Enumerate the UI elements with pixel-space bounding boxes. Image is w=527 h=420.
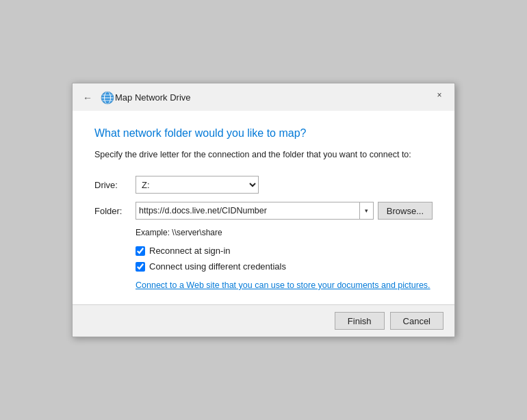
dialog-question: What network folder would you like to ma… <box>94 127 433 140</box>
credentials-label: Connect using different credentials <box>149 261 286 272</box>
close-button[interactable]: × <box>430 88 449 103</box>
titlebar: ← Map Network Drive × <box>73 83 454 111</box>
dialog-body: What network folder would you like to ma… <box>73 111 454 305</box>
map-network-drive-dialog: ← Map Network Drive × What network folde… <box>72 83 455 338</box>
drive-label: Drive: <box>94 180 136 190</box>
network-drive-icon <box>100 90 115 105</box>
folder-label: Folder: <box>94 206 136 216</box>
example-text: Example: \\server\share <box>136 228 433 237</box>
dialog-footer: Finish Cancel <box>73 304 454 337</box>
cancel-button[interactable]: Cancel <box>390 312 444 330</box>
browse-button[interactable]: Browse... <box>378 202 433 220</box>
credentials-checkbox[interactable] <box>136 262 145 272</box>
dialog-description: Specify the drive letter for the connect… <box>94 149 433 161</box>
folder-dropdown-arrow[interactable]: ▾ <box>359 202 373 219</box>
web-site-link[interactable]: Connect to a Web site that you can use t… <box>136 280 430 290</box>
web-site-link-row: Connect to a Web site that you can use t… <box>136 278 433 291</box>
credentials-row: Connect using different credentials <box>136 261 433 272</box>
reconnect-row: Reconnect at sign-in <box>136 246 433 256</box>
drive-select[interactable]: Z: <box>136 176 259 194</box>
drive-control: Z: <box>136 176 433 194</box>
reconnect-checkbox[interactable] <box>136 246 145 256</box>
dialog-title: Map Network Drive <box>115 92 191 103</box>
back-button[interactable]: ← <box>81 91 94 105</box>
folder-input[interactable] <box>136 202 359 219</box>
folder-input-group: ▾ Browse... <box>136 202 433 220</box>
folder-row: Folder: ▾ Browse... <box>94 202 433 220</box>
finish-button[interactable]: Finish <box>335 312 385 330</box>
folder-input-wrapper: ▾ <box>136 202 374 220</box>
reconnect-label: Reconnect at sign-in <box>149 246 231 256</box>
drive-row: Drive: Z: <box>94 176 433 194</box>
